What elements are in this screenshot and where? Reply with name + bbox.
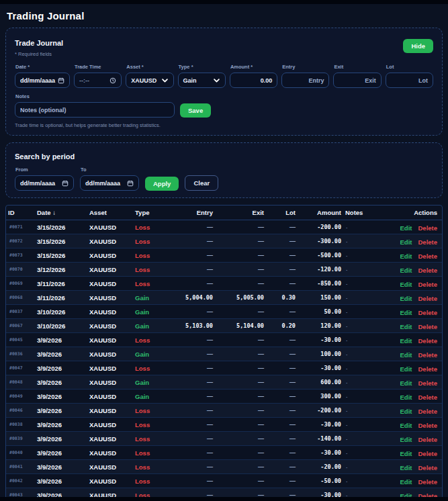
exit-input[interactable]: Exit — [333, 73, 381, 88]
delete-link[interactable]: Delete — [418, 253, 437, 260]
delete-link[interactable]: Delete — [418, 394, 437, 401]
from-date-input[interactable]: dd/mm/aaaa — [15, 175, 74, 191]
trade-notes: - — [343, 437, 376, 441]
trade-amount: 100.00 — [298, 351, 343, 357]
to-label: To — [81, 167, 139, 173]
date-input[interactable]: dd/mm/aaaa — [15, 73, 70, 88]
asset-select[interactable]: XAUUSD — [126, 73, 173, 88]
edit-link[interactable]: Edit — [400, 351, 412, 359]
edit-link[interactable]: Edit — [400, 337, 412, 345]
edit-link[interactable]: Edit — [400, 253, 412, 260]
delete-link[interactable]: Delete — [418, 436, 437, 443]
trade-notes: - — [343, 338, 376, 343]
trade-asset: XAUUSD — [87, 463, 133, 471]
trade-exit: — — [215, 266, 266, 273]
header-date-sort[interactable]: Date ↓ — [35, 209, 87, 216]
trade-exit: — — [215, 224, 266, 230]
trade-amount: 50.00 — [298, 308, 343, 315]
edit-link[interactable]: Edit — [400, 464, 412, 471]
edit-link[interactable]: Edit — [400, 365, 412, 373]
delete-link[interactable]: Delete — [418, 309, 437, 316]
edit-link[interactable]: Edit — [400, 323, 412, 330]
exit-label: Exit — [334, 64, 381, 70]
hide-button[interactable]: Hide — [403, 39, 433, 53]
edit-link[interactable]: Edit — [400, 450, 412, 457]
delete-link[interactable]: Delete — [418, 295, 437, 302]
date-field-group: Date * dd/mm/aaaa — [15, 64, 70, 88]
type-select[interactable]: Gain — [178, 73, 226, 88]
trade-actions: EditDelete — [376, 235, 442, 247]
lot-input[interactable]: Lot — [386, 73, 433, 88]
to-date-input[interactable]: dd/mm/aaaa — [80, 175, 139, 191]
trade-exit: — — [215, 336, 266, 343]
delete-link[interactable]: Delete — [418, 267, 437, 274]
edit-link[interactable]: Edit — [400, 492, 412, 497]
page-title: Trading Journal — [0, 4, 448, 26]
time-input[interactable]: --:-- — [74, 73, 122, 88]
delete-link[interactable]: Delete — [418, 478, 437, 486]
delete-link[interactable]: Delete — [418, 408, 437, 415]
trade-lot: 0.30 — [266, 294, 298, 301]
edit-link[interactable]: Edit — [400, 224, 412, 232]
delete-link[interactable]: Delete — [418, 337, 437, 345]
delete-link[interactable]: Delete — [418, 379, 437, 387]
entry-input[interactable]: Entry — [281, 73, 329, 88]
edit-link[interactable]: Edit — [400, 281, 412, 288]
edit-link[interactable]: Edit — [400, 267, 412, 274]
edit-link[interactable]: Edit — [400, 295, 412, 302]
save-button[interactable]: Save — [180, 103, 211, 118]
delete-link[interactable]: Delete — [418, 323, 437, 330]
edit-link[interactable]: Edit — [400, 436, 412, 443]
amount-input[interactable]: 0.00 — [230, 73, 277, 88]
calendar-icon — [58, 77, 64, 84]
notes-input[interactable]: Notes (optional) — [15, 102, 175, 118]
trade-lot: — — [266, 407, 298, 414]
calendar-icon — [62, 180, 69, 187]
trade-notes: - — [343, 465, 376, 469]
trade-actions: EditDelete — [376, 291, 442, 304]
search-period-title: Search by period — [15, 152, 433, 161]
edit-link[interactable]: Edit — [400, 309, 412, 316]
trade-asset: XAUUSD — [87, 492, 133, 498]
header-exit: Exit — [215, 209, 266, 216]
trade-asset: XAUUSD — [87, 336, 133, 344]
delete-link[interactable]: Delete — [418, 422, 437, 429]
edit-link[interactable]: Edit — [400, 478, 412, 486]
trade-form-card: Trade Journal * Required fields Hide Dat… — [5, 28, 443, 136]
delete-link[interactable]: Delete — [418, 238, 437, 246]
trade-id: #0036 — [6, 351, 35, 357]
delete-link[interactable]: Delete — [418, 351, 437, 359]
edit-link[interactable]: Edit — [400, 422, 412, 429]
apply-button[interactable]: Apply — [145, 177, 179, 191]
trade-lot: — — [266, 421, 298, 428]
delete-link[interactable]: Delete — [418, 450, 437, 457]
trade-asset: XAUUSD — [87, 308, 133, 316]
trade-date: 3/9/2026 — [35, 379, 87, 386]
trade-lot: — — [266, 449, 298, 456]
header-amount: Amount — [298, 209, 343, 216]
delete-link[interactable]: Delete — [418, 281, 437, 288]
table-row: #00473/9/2026XAUUSDLoss———-30.00-EditDel… — [6, 361, 442, 375]
edit-link[interactable]: Edit — [400, 408, 412, 415]
delete-link[interactable]: Delete — [418, 365, 437, 373]
header-notes: Notes — [343, 209, 376, 216]
table-row: #00363/9/2026XAUUSDGain———100.00-EditDel… — [6, 347, 442, 361]
edit-link[interactable]: Edit — [400, 379, 412, 387]
trade-exit: — — [215, 379, 266, 385]
clear-button[interactable]: Clear — [185, 175, 218, 191]
delete-link[interactable]: Delete — [418, 464, 437, 471]
trade-lot: — — [266, 308, 298, 315]
edit-link[interactable]: Edit — [400, 238, 412, 246]
table-row: #00453/9/2026XAUUSDLoss———-30.00-EditDel… — [6, 333, 442, 347]
trade-lot: — — [266, 492, 298, 497]
header-id: ID — [6, 209, 35, 216]
table-row: #00713/15/2026XAUUSDLoss———-200.00-EditD… — [6, 220, 442, 234]
lot-field-group: Lot Lot — [386, 64, 433, 88]
trade-id: #0043 — [6, 492, 35, 497]
edit-link[interactable]: Edit — [400, 394, 412, 401]
delete-link[interactable]: Delete — [418, 224, 437, 232]
table-row: #00373/10/2026XAUUSDGain———50.00-EditDel… — [6, 305, 442, 319]
delete-link[interactable]: Delete — [418, 492, 437, 497]
trade-amount: -30.00 — [298, 421, 343, 428]
trade-exit: — — [215, 280, 266, 287]
